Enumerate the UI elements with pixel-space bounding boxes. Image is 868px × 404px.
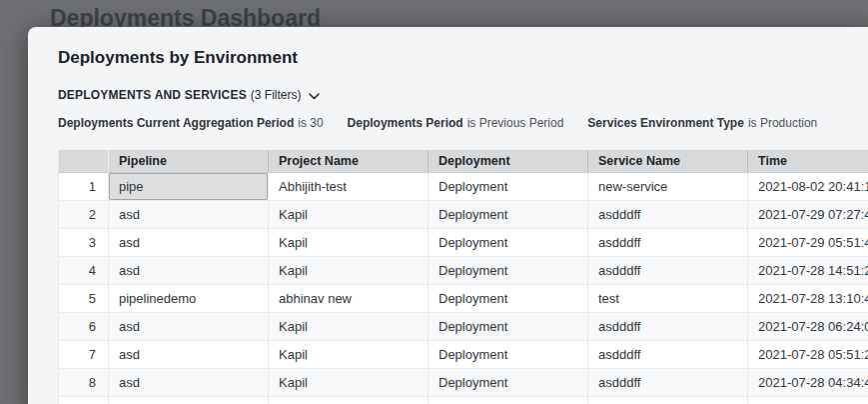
- cell-service-name[interactable]: asdddff: [588, 312, 748, 340]
- cell-service-name[interactable]: new-service: [588, 172, 748, 200]
- cell-time[interactable]: 2021-07-28 05:51:28: [748, 340, 868, 368]
- table-row: 2asdKapilDeploymentasdddff2021-07-29 07:…: [59, 200, 868, 228]
- cell-service-name[interactable]: asdddff: [588, 368, 748, 396]
- column-header-project-name[interactable]: Project Name: [269, 150, 429, 172]
- filters-count: (3 Filters): [251, 88, 302, 102]
- cell-service-name[interactable]: asdddff: [588, 340, 748, 368]
- row-number: 1: [59, 172, 109, 200]
- row-number: 3: [59, 228, 109, 256]
- row-number: 6: [59, 312, 109, 340]
- column-header-time[interactable]: Time: [748, 150, 868, 172]
- column-header-pipeline[interactable]: Pipeline: [109, 150, 269, 172]
- deployments-table: Pipeline Project Name Deployment Service…: [58, 150, 868, 404]
- cell-deployment[interactable]: Deployment: [429, 228, 588, 256]
- cell-time[interactable]: 2021-08-02 20:41:18: [748, 172, 868, 200]
- table-row: 5pipelinedemoabhinav newDeploymenttest20…: [59, 284, 868, 312]
- row-number: 4: [59, 256, 109, 284]
- cell-deployment[interactable]: Deployment: [429, 284, 588, 312]
- panel-title: Deployments by Environment: [58, 48, 868, 68]
- table-container: Pipeline Project Name Deployment Service…: [58, 150, 868, 404]
- cell-pipeline[interactable]: asd: [109, 256, 269, 284]
- cell-pipeline[interactable]: pipelinedemo: [109, 284, 269, 312]
- row-number: 9: [59, 396, 109, 404]
- filter-deployments-period: Deployments Periodis Previous Period: [348, 116, 564, 130]
- cell-project-name[interactable]: abhinav new: [269, 284, 429, 312]
- deployments-panel: Deployments by Environment DEPLOYMENTS A…: [28, 27, 868, 404]
- cell-service-name[interactable]: asdddff: [588, 396, 748, 404]
- cell-deployment[interactable]: Deployment: [429, 256, 588, 284]
- cell-time[interactable]: 2021-07-28 04:34:45: [748, 368, 868, 396]
- cell-pipeline[interactable]: asd: [109, 200, 269, 228]
- column-header-deployment[interactable]: Deployment: [429, 150, 588, 172]
- table-row: 1pipeAbhijith-testDeploymentnew-service2…: [59, 172, 868, 200]
- cell-project-name[interactable]: Abhijith-test: [269, 172, 429, 200]
- filter-name: Deployments Current Aggregation Period: [58, 116, 294, 130]
- cell-time[interactable]: 2021-07-28 13:10:46: [748, 284, 868, 312]
- cell-deployment[interactable]: Deployment: [429, 200, 588, 228]
- row-number: 7: [59, 340, 109, 368]
- cell-service-name[interactable]: asdddff: [588, 256, 748, 284]
- table-row: 8asdKapilDeploymentasdddff2021-07-28 04:…: [59, 368, 868, 396]
- applied-filters: Deployments Current Aggregation Periodis…: [58, 116, 868, 130]
- filter-name: Services Environment Type: [587, 116, 744, 130]
- cell-project-name[interactable]: Kapil: [269, 256, 429, 284]
- cell-service-name[interactable]: asdddff: [588, 228, 748, 256]
- cell-pipeline[interactable]: asd: [109, 368, 269, 396]
- filter-condition: is Production: [748, 116, 817, 130]
- cell-project-name[interactable]: Kapil: [269, 228, 429, 256]
- row-number-header: [59, 150, 109, 172]
- cell-project-name[interactable]: Kapil: [269, 312, 429, 340]
- cell-project-name[interactable]: Kapil: [269, 340, 429, 368]
- cell-pipeline[interactable]: asd: [109, 312, 269, 340]
- filter-aggregation-period: Deployments Current Aggregation Periodis…: [58, 116, 324, 130]
- table-body: 1pipeAbhijith-testDeploymentnew-service2…: [59, 172, 868, 404]
- table-row: 4asdKapilDeploymentasdddff2021-07-28 14:…: [59, 256, 868, 284]
- cell-time[interactable]: 2021-07-29 05:51:45: [748, 228, 868, 256]
- cell-deployment[interactable]: Deployment: [429, 396, 588, 404]
- table-row: 3asdKapilDeploymentasdddff2021-07-29 05:…: [59, 228, 868, 256]
- cell-time[interactable]: 2021-07-28 06:24:00: [748, 312, 868, 340]
- cell-pipeline[interactable]: asd: [109, 228, 269, 256]
- cell-deployment[interactable]: Deployment: [429, 340, 588, 368]
- cell-deployment[interactable]: Deployment: [429, 172, 588, 200]
- row-number: 8: [59, 368, 109, 396]
- table-row: 7asdKapilDeploymentasdddff2021-07-28 05:…: [59, 340, 868, 368]
- cell-time[interactable]: 2021-07-29 07:27:44: [748, 200, 868, 228]
- table-row: 6asdKapilDeploymentasdddff2021-07-28 06:…: [59, 312, 868, 340]
- cell-service-name[interactable]: asdddff: [588, 200, 748, 228]
- row-number: 5: [59, 284, 109, 312]
- filters-header-toggle[interactable]: DEPLOYMENTS AND SERVICES (3 Filters): [58, 88, 320, 102]
- filters-header-label: DEPLOYMENTS AND SERVICES: [58, 88, 247, 102]
- cell-time[interactable]: 2021-07-28 14:51:23: [748, 256, 868, 284]
- cell-pipeline[interactable]: asd: [109, 340, 269, 368]
- chevron-down-icon[interactable]: [309, 93, 320, 100]
- filter-environment-type: Services Environment Typeis Production: [587, 116, 817, 130]
- cell-deployment[interactable]: Deployment: [429, 312, 588, 340]
- cell-project-name[interactable]: Kapil: [269, 200, 429, 228]
- cell-project-name[interactable]: Kapil: [269, 396, 429, 404]
- cell-service-name[interactable]: test: [588, 284, 748, 312]
- table-header-row: Pipeline Project Name Deployment Service…: [59, 150, 868, 172]
- cell-deployment[interactable]: Deployment: [429, 368, 588, 396]
- table-row: 9asdKapilDeploymentasdddff2021-07-28 04:…: [59, 396, 868, 404]
- cell-time[interactable]: 2021-07-28 04:04:45: [748, 396, 868, 404]
- cell-pipeline[interactable]: pipe: [109, 172, 269, 200]
- filter-name: Deployments Period: [348, 116, 463, 130]
- column-header-service-name[interactable]: Service Name: [588, 150, 748, 172]
- row-number: 2: [59, 200, 109, 228]
- cell-pipeline[interactable]: asd: [109, 396, 269, 404]
- filter-condition: is Previous Period: [467, 116, 564, 130]
- cell-project-name[interactable]: Kapil: [269, 368, 429, 396]
- filter-condition: is 30: [298, 116, 323, 130]
